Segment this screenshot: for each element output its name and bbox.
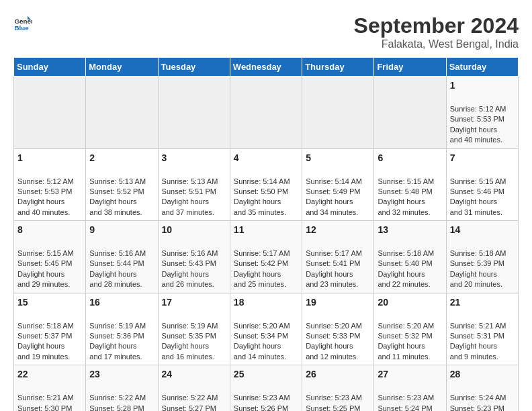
daylight-label: Daylight hours (306, 197, 353, 205)
sunset-text: Sunset: 5:25 PM (306, 404, 360, 411)
daylight-detail: and 12 minutes. (306, 353, 358, 361)
calendar-cell: 14Sunrise: 5:18 AM Sunset: 5:39 PMDaylig… (446, 221, 518, 293)
sunrise-text: Sunrise: 5:16 AM (89, 249, 146, 257)
sunrise-text: Sunrise: 5:23 AM (234, 394, 290, 402)
weekday-header-thursday: Thursday (302, 58, 374, 77)
sunset-text: Sunset: 5:53 PM (450, 115, 504, 123)
calendar-cell (302, 77, 374, 149)
daylight-detail: and 22 minutes. (378, 280, 430, 288)
calendar-cell: 3Sunrise: 5:13 AM Sunset: 5:51 PMDayligh… (158, 148, 230, 221)
day-number: 4 (234, 152, 298, 165)
calendar-cell: 16Sunrise: 5:19 AM Sunset: 5:36 PMDaylig… (86, 293, 158, 365)
calendar-cell: 1Sunrise: 5:12 AM Sunset: 5:53 PMDayligh… (14, 148, 86, 221)
daylight-label: Daylight hours (17, 342, 64, 350)
sunrise-text: Sunrise: 5:22 AM (162, 394, 218, 402)
day-number: 8 (17, 224, 82, 237)
day-number: 24 (162, 368, 226, 381)
calendar-cell: 6Sunrise: 5:15 AM Sunset: 5:48 PMDayligh… (374, 148, 446, 221)
sunrise-text: Sunrise: 5:20 AM (378, 322, 434, 330)
sunset-text: Sunset: 5:26 PM (234, 404, 288, 411)
svg-text:Blue: Blue (14, 24, 29, 32)
sunset-text: Sunset: 5:42 PM (234, 259, 288, 267)
calendar-cell: 12Sunrise: 5:17 AM Sunset: 5:41 PMDaylig… (302, 221, 374, 293)
daylight-detail: and 32 minutes. (378, 208, 430, 216)
calendar-cell (230, 77, 302, 149)
day-number: 18 (234, 296, 298, 310)
day-number: 12 (306, 224, 370, 237)
sunset-text: Sunset: 5:34 PM (234, 332, 288, 340)
daylight-detail: and 34 minutes. (306, 208, 358, 216)
daylight-detail: and 25 minutes. (234, 280, 286, 288)
sunrise-text: Sunrise: 5:14 AM (306, 177, 362, 185)
day-number: 14 (450, 224, 515, 237)
daylight-detail: and 29 minutes. (17, 280, 70, 288)
day-number: 16 (89, 296, 154, 310)
day-number: 7 (450, 152, 515, 165)
sunrise-text: Sunrise: 5:19 AM (162, 322, 218, 330)
sunrise-text: Sunrise: 5:19 AM (89, 322, 146, 330)
calendar-cell: 8Sunrise: 5:15 AM Sunset: 5:45 PMDayligh… (14, 221, 86, 293)
day-number: 19 (306, 296, 370, 310)
calendar-cell: 28Sunrise: 5:24 AM Sunset: 5:23 PMDaylig… (446, 365, 518, 411)
sunset-text: Sunset: 5:43 PM (162, 259, 216, 267)
calendar-cell: 17Sunrise: 5:19 AM Sunset: 5:35 PMDaylig… (158, 293, 230, 365)
page-subtitle: Falakata, West Bengal, India (354, 38, 519, 50)
day-number: 26 (306, 368, 370, 381)
sunrise-text: Sunrise: 5:17 AM (306, 249, 362, 257)
calendar-cell: 10Sunrise: 5:16 AM Sunset: 5:43 PMDaylig… (158, 221, 230, 293)
calendar-cell: 4Sunrise: 5:14 AM Sunset: 5:50 PMDayligh… (230, 148, 302, 221)
daylight-detail: and 28 minutes. (89, 280, 142, 288)
sunrise-text: Sunrise: 5:13 AM (162, 177, 218, 185)
calendar-week-row: 22Sunrise: 5:21 AM Sunset: 5:30 PMDaylig… (14, 365, 519, 411)
daylight-label: Daylight hours (378, 342, 425, 350)
daylight-detail: and 40 minutes. (450, 136, 502, 144)
sunset-text: Sunset: 5:33 PM (306, 332, 360, 340)
day-number: 9 (89, 224, 154, 237)
sunset-text: Sunset: 5:46 PM (450, 187, 504, 195)
daylight-label: Daylight hours (234, 197, 281, 205)
sunrise-text: Sunrise: 5:14 AM (234, 177, 290, 185)
daylight-detail: and 26 minutes. (162, 280, 214, 288)
day-number: 20 (378, 296, 442, 310)
sunrise-text: Sunrise: 5:15 AM (378, 177, 434, 185)
sunset-text: Sunset: 5:44 PM (89, 259, 144, 267)
daylight-label: Daylight hours (162, 270, 209, 278)
calendar-cell (374, 77, 446, 149)
calendar-cell: 11Sunrise: 5:17 AM Sunset: 5:42 PMDaylig… (230, 221, 302, 293)
daylight-label: Daylight hours (306, 270, 353, 278)
sunset-text: Sunset: 5:36 PM (89, 332, 144, 340)
calendar-cell (14, 77, 86, 149)
day-number: 1 (450, 79, 515, 93)
sunset-text: Sunset: 5:23 PM (450, 404, 504, 411)
day-number: 23 (89, 368, 154, 381)
daylight-label: Daylight hours (378, 197, 425, 205)
daylight-label: Daylight hours (450, 197, 497, 205)
page-title: September 2024 (354, 13, 519, 38)
daylight-detail: and 9 minutes. (450, 353, 498, 361)
day-number: 6 (378, 152, 442, 165)
daylight-label: Daylight hours (234, 342, 281, 350)
calendar-cell: 9Sunrise: 5:16 AM Sunset: 5:44 PMDayligh… (86, 221, 158, 293)
sunrise-text: Sunrise: 5:13 AM (89, 177, 146, 185)
weekday-header-tuesday: Tuesday (158, 58, 230, 77)
sunset-text: Sunset: 5:28 PM (89, 404, 144, 411)
page-header: General Blue September 2024 Falakata, We… (13, 13, 519, 50)
sunset-text: Sunset: 5:48 PM (378, 187, 432, 195)
daylight-label: Daylight hours (89, 270, 136, 278)
daylight-label: Daylight hours (450, 126, 497, 134)
sunrise-text: Sunrise: 5:16 AM (162, 249, 218, 257)
calendar-cell: 5Sunrise: 5:14 AM Sunset: 5:49 PMDayligh… (302, 148, 374, 221)
sunset-text: Sunset: 5:31 PM (450, 332, 504, 340)
daylight-detail: and 37 minutes. (162, 208, 214, 216)
logo: General Blue (13, 13, 32, 32)
weekday-header-monday: Monday (86, 58, 158, 77)
calendar-cell: 22Sunrise: 5:21 AM Sunset: 5:30 PMDaylig… (14, 365, 86, 411)
daylight-label: Daylight hours (234, 270, 281, 278)
calendar-cell: 21Sunrise: 5:21 AM Sunset: 5:31 PMDaylig… (446, 293, 518, 365)
daylight-label: Daylight hours (162, 342, 209, 350)
daylight-label: Daylight hours (17, 270, 64, 278)
day-number: 10 (162, 224, 226, 237)
day-number: 3 (162, 152, 226, 165)
calendar-week-row: 8Sunrise: 5:15 AM Sunset: 5:45 PMDayligh… (14, 221, 519, 293)
calendar-cell (86, 77, 158, 149)
